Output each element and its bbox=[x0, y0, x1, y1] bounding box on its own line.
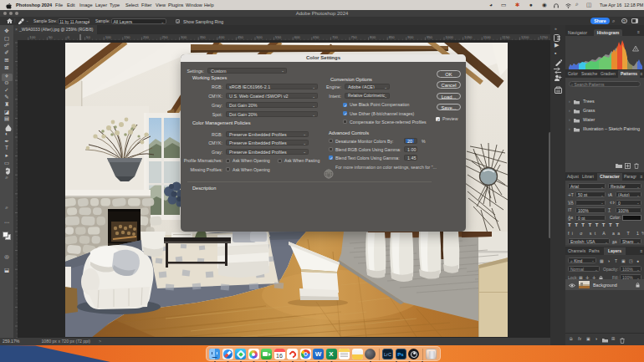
svg-text:300: 300 bbox=[181, 35, 187, 39]
svg-text:350: 350 bbox=[200, 35, 207, 39]
svg-text:50: 50 bbox=[49, 35, 53, 39]
svg-text:750: 750 bbox=[351, 35, 358, 39]
svg-text:1250: 1250 bbox=[540, 35, 549, 39]
svg-text:1100: 1100 bbox=[483, 35, 492, 39]
svg-text:250: 250 bbox=[162, 35, 169, 39]
svg-text:1050: 1050 bbox=[464, 35, 473, 39]
svg-text:950: 950 bbox=[427, 35, 433, 39]
svg-text:50: 50 bbox=[86, 35, 90, 39]
svg-text:450: 450 bbox=[238, 35, 244, 39]
svg-text:650: 650 bbox=[313, 35, 319, 39]
svg-text:1000: 1000 bbox=[446, 35, 454, 39]
svg-text:1200: 1200 bbox=[521, 35, 529, 39]
svg-text:900: 900 bbox=[407, 35, 414, 39]
svg-text:100: 100 bbox=[105, 35, 112, 39]
svg-text:150: 150 bbox=[124, 35, 130, 39]
svg-text:500: 500 bbox=[257, 35, 263, 39]
svg-text:200: 200 bbox=[143, 35, 150, 39]
svg-text:100: 100 bbox=[29, 35, 36, 39]
svg-text:550: 550 bbox=[275, 35, 282, 39]
svg-text:600: 600 bbox=[294, 35, 301, 39]
svg-text:0: 0 bbox=[68, 35, 70, 39]
svg-text:850: 850 bbox=[389, 35, 396, 39]
svg-text:400: 400 bbox=[218, 35, 225, 39]
svg-text:1150: 1150 bbox=[502, 35, 510, 39]
svg-text:700: 700 bbox=[332, 35, 339, 39]
svg-text:800: 800 bbox=[370, 35, 376, 39]
